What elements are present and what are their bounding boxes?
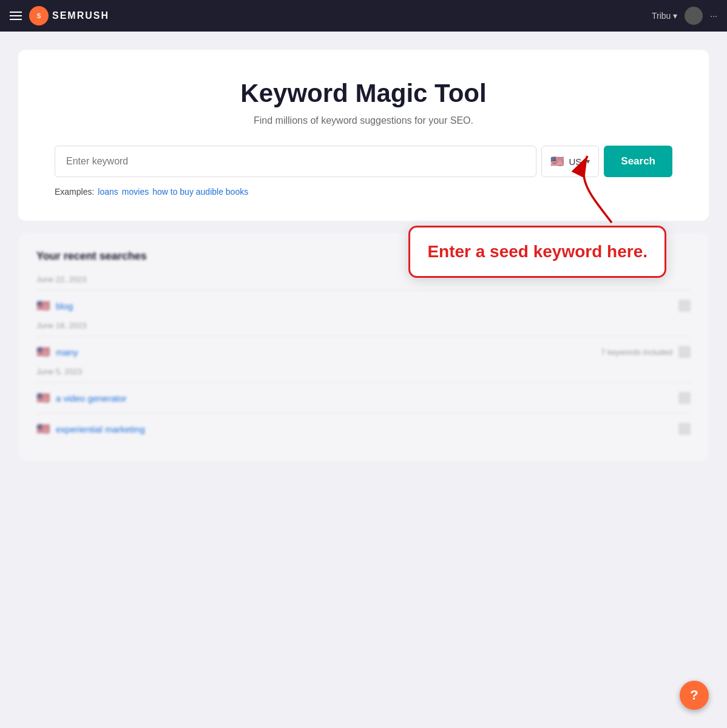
search-bar-row: 🇺🇸 US ▾ Search — [55, 146, 672, 177]
date-label-3: June 5, 2023 — [36, 367, 691, 376]
navbar-left: S SEMRUSH — [10, 6, 109, 25]
example-movies[interactable]: movies — [122, 187, 149, 197]
hamburger-menu-icon[interactable] — [10, 12, 22, 20]
flag-icon: 🇺🇸 — [36, 345, 50, 359]
search-meta-2: 7 keywords included — [601, 348, 672, 357]
search-keyword-1: blog — [56, 301, 672, 311]
item-action-icon-4[interactable] — [678, 423, 691, 435]
main-content: Keyword Magic Tool Find millions of keyw… — [0, 32, 727, 728]
date-label-2: June 18, 2023 — [36, 321, 691, 330]
chevron-down-icon: ▾ — [586, 157, 590, 166]
logo-icon: S — [29, 6, 49, 25]
kmt-card: Keyword Magic Tool Find millions of keyw… — [18, 50, 709, 221]
chevron-down-icon: ▾ — [673, 11, 677, 21]
search-item-4[interactable]: 🇺🇸 experiential marketing — [36, 413, 691, 444]
flag-icon: 🇺🇸 — [550, 155, 564, 168]
kmt-subtitle: Find millions of keyword suggestions for… — [55, 115, 672, 126]
logo-text: SEMRUSH — [52, 10, 109, 21]
search-keyword-3: a video generator — [56, 393, 672, 403]
item-action-icon-2[interactable] — [678, 346, 691, 358]
country-code: US — [569, 157, 581, 167]
item-action-icon-3[interactable] — [678, 392, 691, 404]
examples-label: Examples: — [55, 187, 94, 197]
flag-icon: 🇺🇸 — [36, 391, 50, 405]
search-item-1[interactable]: 🇺🇸 blog — [36, 290, 691, 321]
search-item-2[interactable]: 🇺🇸 many 7 keywords included — [36, 336, 691, 367]
examples-row: Examples: loans movies how to buy audibl… — [55, 187, 672, 197]
navbar-right: Tribu ▾ ··· — [652, 7, 717, 25]
search-button[interactable]: Search — [604, 146, 672, 177]
flag-icon: 🇺🇸 — [36, 422, 50, 436]
keyword-input[interactable] — [55, 146, 536, 177]
navbar: S SEMRUSH Tribu ▾ ··· — [0, 0, 727, 32]
item-action-icon-1[interactable] — [678, 300, 691, 312]
example-loans[interactable]: loans — [98, 187, 118, 197]
example-audible[interactable]: how to buy audible books — [152, 187, 248, 197]
flag-icon: 🇺🇸 — [36, 299, 50, 312]
nav-item-label: Tribu — [652, 11, 671, 21]
semrush-logo: S SEMRUSH — [29, 6, 109, 25]
help-button[interactable]: ? — [680, 681, 709, 710]
dots-icon: ··· — [710, 11, 717, 21]
kmt-title: Keyword Magic Tool — [55, 79, 672, 108]
country-selector[interactable]: 🇺🇸 US ▾ — [541, 146, 599, 177]
tribu-button[interactable]: Tribu ▾ — [652, 11, 677, 21]
annotation-tooltip: Enter a seed keyword here. — [408, 226, 666, 278]
search-keyword-4: experiential marketing — [56, 424, 672, 434]
search-item-3[interactable]: 🇺🇸 a video generator — [36, 382, 691, 413]
tooltip-text: Enter a seed keyword here. — [427, 242, 648, 261]
more-options-button[interactable]: ··· — [710, 11, 717, 21]
avatar[interactable] — [685, 7, 703, 25]
search-keyword-2: many — [56, 347, 595, 357]
